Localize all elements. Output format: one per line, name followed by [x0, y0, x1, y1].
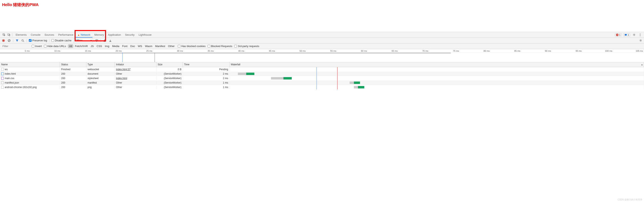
disable-cache-checkbox[interactable]: Disable cache	[52, 39, 72, 42]
col-initiator[interactable]: Initiator	[115, 62, 156, 67]
tab-label: Lighthouse	[138, 33, 152, 36]
tab-application[interactable]: Application	[106, 32, 123, 37]
col-waterfall[interactable]: Waterfall▴	[230, 62, 644, 67]
request-waterfall	[230, 80, 644, 85]
blocked-req-input[interactable]	[208, 45, 210, 47]
type-filter-group: AllFetch/XHRJSCSSImgMediaFontDocWSWasmMa…	[68, 44, 176, 48]
invert-input[interactable]	[32, 45, 34, 47]
domcontentloaded-line	[316, 72, 317, 76]
type-filter-doc[interactable]: Doc	[129, 44, 136, 48]
request-initiator[interactable]: index.html	[116, 77, 127, 80]
errors-badge[interactable]: 1	[615, 33, 622, 36]
separator	[13, 39, 13, 42]
filter-input[interactable]	[1, 44, 30, 48]
svg-line-11	[8, 40, 10, 41]
request-initiator: Other	[116, 86, 122, 89]
timeline-tick: 65 ms	[368, 49, 398, 52]
type-filter-css[interactable]: CSS	[96, 44, 104, 48]
table-row[interactable]: main.css200stylesheetindex.html(ServiceW…	[0, 76, 644, 80]
timeline-tick: 95 ms	[552, 49, 583, 52]
type-filter-other[interactable]: Other	[167, 44, 176, 48]
svg-point-4	[634, 34, 634, 35]
type-filter-ws[interactable]: WS	[136, 44, 143, 48]
tab-security[interactable]: Security	[123, 32, 136, 37]
tab-network[interactable]: ▲Network	[75, 32, 92, 37]
preserve-log-checkbox[interactable]: Preserve log	[29, 39, 47, 42]
device-toggle-icon[interactable]	[6, 33, 11, 37]
type-filter-manifest[interactable]: Manifest	[154, 44, 166, 48]
col-size[interactable]: Size	[156, 62, 183, 67]
clear-button[interactable]	[7, 39, 11, 42]
col-type[interactable]: Type	[86, 62, 115, 67]
type-filter-font[interactable]: Font	[121, 44, 128, 48]
tab-elements[interactable]: Elements	[14, 32, 29, 37]
request-initiator[interactable]: index.html:37	[116, 68, 130, 71]
settings-gear-icon[interactable]	[632, 33, 636, 37]
preserve-log-input[interactable]	[29, 39, 32, 42]
third-party-input[interactable]	[234, 45, 237, 47]
request-time: 2 ms	[183, 72, 230, 76]
request-name: manifest.json	[5, 81, 19, 84]
messages-badge[interactable]: 1	[623, 33, 630, 36]
svg-line-13	[23, 41, 24, 42]
waterfall-wait-bar	[238, 73, 246, 75]
request-name: ws	[5, 68, 8, 71]
tab-lighthouse[interactable]: Lighthouse	[136, 32, 154, 37]
request-name: android-chrome-192x192.png	[5, 86, 36, 89]
toolbar-right	[639, 39, 642, 42]
type-filter-all[interactable]: All	[68, 44, 73, 48]
hide-data-urls-checkbox[interactable]: Hide data URLs	[44, 45, 66, 48]
request-waterfall	[230, 85, 644, 89]
table-row[interactable]: manifest.json200manifestOther(ServiceWor…	[0, 80, 644, 85]
throttle-select[interactable]: Offline ▾	[74, 38, 93, 43]
type-filter-media[interactable]: Media	[111, 44, 120, 48]
has-blocked-input[interactable]	[178, 45, 180, 47]
col-name[interactable]: Name	[0, 62, 60, 67]
request-type: stylesheet	[86, 76, 115, 80]
invert-checkbox[interactable]: Invert	[32, 45, 42, 48]
file-icon	[1, 86, 4, 89]
domcontentloaded-line	[316, 85, 317, 89]
tab-memory[interactable]: Memory	[92, 32, 106, 37]
tab-sources[interactable]: Sources	[42, 32, 56, 37]
request-time: 1 ms	[183, 85, 230, 89]
disable-cache-label: Disable cache	[55, 39, 72, 42]
tab-label: Security	[125, 33, 134, 36]
third-party-checkbox[interactable]: 3rd-party requests	[234, 45, 259, 48]
network-conditions-icon[interactable]	[95, 39, 98, 42]
export-har-icon[interactable]	[108, 39, 112, 42]
preserve-log-label: Preserve log	[32, 39, 47, 42]
type-filter-wasm[interactable]: Wasm	[144, 44, 154, 48]
filter-toggle-icon[interactable]	[15, 39, 19, 42]
hide-data-urls-input[interactable]	[44, 45, 46, 47]
col-status[interactable]: Status	[60, 62, 86, 67]
tab-label: Console	[31, 33, 40, 36]
invert-label: Invert	[35, 45, 42, 48]
record-button[interactable]	[2, 39, 5, 42]
type-filter-fetch-xhr[interactable]: Fetch/XHR	[74, 44, 89, 48]
request-status: 200	[60, 76, 86, 80]
panel-settings-gear-icon[interactable]	[639, 39, 642, 42]
timeline-overview[interactable]: 5 ms10 ms15 ms20 ms25 ms30 ms35 ms40 ms4…	[0, 49, 644, 62]
devtools-panel: ElementsConsoleSourcesPerformance▲Networ…	[0, 32, 644, 89]
more-menu-icon[interactable]	[638, 33, 642, 37]
disable-cache-input[interactable]	[52, 39, 54, 42]
col-time[interactable]: Time	[183, 62, 230, 67]
type-filter-img[interactable]: Img	[104, 44, 110, 48]
table-row[interactable]: wsFinishedwebsocketindex.html:370 BPendi…	[0, 67, 644, 72]
type-filter-js[interactable]: JS	[90, 44, 95, 48]
import-har-icon[interactable]	[103, 39, 106, 42]
table-row[interactable]: index.html200documentOther(ServiceWorker…	[0, 72, 644, 76]
tab-console[interactable]: Console	[29, 32, 42, 37]
table-row[interactable]: android-chrome-192x192.png200pngOther(Se…	[0, 85, 644, 89]
file-icon	[1, 68, 4, 71]
tab-performance[interactable]: Performance	[56, 32, 75, 37]
inspect-icon[interactable]	[2, 33, 6, 37]
has-blocked-cookies-checkbox[interactable]: Has blocked cookies	[178, 45, 206, 48]
search-icon[interactable]	[21, 39, 24, 42]
chevron-down-icon: ▾	[90, 39, 92, 42]
tab-label: Elements	[16, 33, 26, 36]
request-name: index.html	[5, 72, 16, 75]
third-party-label: 3rd-party requests	[238, 45, 259, 48]
blocked-requests-checkbox[interactable]: Blocked Requests	[208, 45, 232, 48]
